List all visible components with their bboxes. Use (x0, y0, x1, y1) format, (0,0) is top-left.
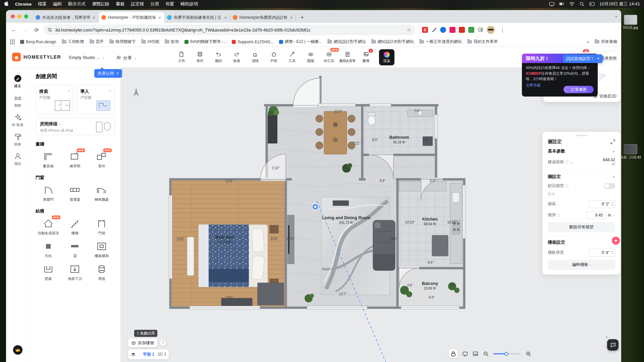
info-icon[interactable]: ⓘ (565, 184, 569, 188)
toolbar-button[interactable]: 1 圖冊 (358, 49, 374, 65)
lock-view-button[interactable] (449, 349, 458, 358)
import-floorplan-card[interactable]: 導入› 戶型圖 (77, 85, 115, 114)
catalog-item[interactable]: 樓梯 (62, 218, 88, 236)
collapse-icon[interactable]: ▲ (612, 175, 615, 178)
render-button[interactable]: 渲染 (379, 49, 394, 65)
collapse-icon[interactable]: ▲ (612, 150, 615, 153)
browser-tab[interactable]: 作為首次購屋者，我希望早點知... × (33, 12, 99, 23)
dimension-label[interactable]: 15'0" (176, 237, 184, 241)
dresser[interactable] (221, 298, 252, 306)
entry-door[interactable] (293, 78, 320, 105)
menu-history[interactable]: 瀏覽記錄 (92, 1, 109, 7)
back-button[interactable]: ← (9, 27, 18, 33)
bookmark-item[interactable]: 寫手 (90, 39, 104, 45)
chevron-down-icon[interactable]: ⌄ (570, 160, 573, 164)
toolbar-button[interactable]: NEW AI工具 (321, 49, 337, 65)
info-icon[interactable]: ⓘ (557, 213, 560, 218)
share-button[interactable]: 分享 ⌄ (116, 55, 137, 61)
bookmark-item[interactable]: 網頁設計對手網址 (327, 39, 366, 45)
wardrobe[interactable] (258, 283, 284, 305)
extensions-puzzle-icon[interactable] (478, 27, 483, 33)
section-basic-params[interactable]: 基本參數 (548, 148, 565, 154)
dimension-label[interactable]: 3'9" (407, 283, 413, 287)
bookmark-star-icon[interactable]: ☆ (407, 27, 411, 33)
zoom-slider-knob[interactable] (504, 352, 508, 356)
wifi-icon[interactable] (569, 2, 575, 6)
bookmark-item[interactable]: 總覽 - Ez2 | 一極圖... (279, 39, 322, 45)
catalog-item[interactable]: 樓板開洞 (89, 240, 114, 258)
drag-handle[interactable] (576, 135, 588, 136)
snapshot-icon[interactable] (473, 351, 478, 357)
bookmarks-overflow-icon[interactable]: » (587, 40, 589, 44)
bookmark-item[interactable]: 網站設計的對手網站 (371, 39, 414, 45)
delete-all-walls-button[interactable]: 刪除所有牆壁 (548, 222, 615, 232)
help-icon[interactable]: ? (160, 340, 166, 346)
bookmark-item[interactable]: Supports Ez2SHO... (232, 40, 274, 44)
menubar-clock[interactable]: 10月29日 週三 14:41 (599, 1, 640, 7)
menu-edit[interactable]: 編輯 (53, 1, 62, 7)
feedback-chat-button[interactable]: × (607, 339, 619, 351)
pen-extension-icon[interactable] (431, 27, 437, 33)
dimension-label[interactable]: 7'11" (353, 141, 361, 145)
catalog-item[interactable]: 單開門 (36, 184, 61, 202)
project-name-dropdown[interactable]: Empty Studio ... ⌄ (69, 55, 105, 60)
toolbar-button[interactable]: 保存 (192, 49, 208, 65)
tab-close-icon[interactable]: × (223, 15, 227, 20)
all-bookmarks-button[interactable]: 所有書籤 (595, 39, 617, 45)
stepper-up-icon[interactable]: ▲ (611, 201, 613, 204)
expand-panel-icon[interactable] (610, 139, 615, 144)
stepper-up-icon[interactable]: ▲ (611, 250, 613, 252)
toolbar-button[interactable]: 清除 (248, 49, 263, 65)
toolbar-button[interactable]: 恢復 (229, 49, 245, 65)
dimension-label[interactable]: 1'10" (272, 166, 280, 170)
catalog-item[interactable]: 普通窗 (62, 184, 88, 202)
catalog-item[interactable]: 轉角飄窗 (89, 184, 114, 202)
menu-view[interactable]: 顯示方式 (68, 1, 86, 7)
spotlight-search-icon[interactable] (579, 2, 585, 6)
wall-thickness-input[interactable]: 9.45 (586, 211, 606, 219)
dimension-label[interactable]: 6'3" (372, 138, 378, 142)
extension-s-icon[interactable]: S (422, 27, 428, 33)
layers-icon[interactable] (131, 352, 136, 357)
homestyler-logo[interactable]: HOMESTYLER (12, 53, 61, 61)
dimension-label[interactable]: 13'7" (339, 292, 347, 296)
apple-menu-icon[interactable] (4, 1, 9, 7)
bookmark-item[interactable]: 我的文件表單 (467, 39, 498, 45)
tab-close-icon[interactable]: × (92, 15, 96, 20)
dimension-label[interactable]: 6'4" (429, 295, 435, 299)
rail-item-mine[interactable]: 我的 (6, 149, 29, 169)
menu-bookmarks[interactable]: 書籤 (116, 1, 124, 7)
assistant-floating-button[interactable] (612, 237, 620, 245)
zoom-out-icon[interactable] (483, 351, 489, 357)
new-tab-button[interactable]: + (298, 13, 307, 22)
pink-extension-icon[interactable] (449, 27, 455, 33)
profile-avatar[interactable] (487, 26, 495, 34)
search-floorplan-card[interactable]: 搜索› 戶型圖 (36, 85, 73, 114)
wall-height-input[interactable]: 9' 2" ▲▼ (588, 200, 615, 208)
dimension-label[interactable]: 12'6" (225, 179, 233, 183)
promo-cta-button[interactable]: 立享優惠 (564, 86, 594, 93)
dimension-label[interactable]: 7'4" (414, 109, 420, 113)
stepper-down-icon[interactable]: ▼ (611, 252, 613, 255)
bedroom-bench[interactable] (187, 237, 194, 276)
dining-table-set[interactable] (316, 111, 355, 154)
bookmark-item[interactable]: 檢查關鍵字 (109, 39, 136, 45)
menu-profiles[interactable]: 設定檔 (131, 1, 144, 7)
toilet[interactable] (368, 113, 375, 125)
green-shield-extension-icon[interactable] (468, 27, 474, 33)
section-wall-settings[interactable]: 牆設定 (548, 174, 561, 180)
window-minimize-button[interactable] (17, 14, 21, 18)
toolbar-button[interactable]: 戶型 (266, 49, 281, 65)
zoom-in-icon[interactable] (526, 351, 531, 357)
dimension-label[interactable]: 15'5" (286, 237, 294, 241)
toolbar-button[interactable]: 工具 (284, 49, 300, 65)
close-icon[interactable]: × (116, 71, 119, 76)
menubar-app-name[interactable]: Chrome (15, 2, 32, 7)
toolbar-button[interactable]: 文件 (174, 49, 189, 65)
dimension-label[interactable]: 6'4" (430, 179, 436, 183)
browser-tab-active[interactable]: Homestyler - 戶型創建與免費... × (99, 12, 164, 23)
dimension-label[interactable]: 7'6" (423, 138, 429, 142)
fridge[interactable] (432, 235, 448, 256)
site-settings-icon[interactable] (48, 27, 52, 32)
menu-file[interactable]: 檔案 (38, 1, 47, 7)
